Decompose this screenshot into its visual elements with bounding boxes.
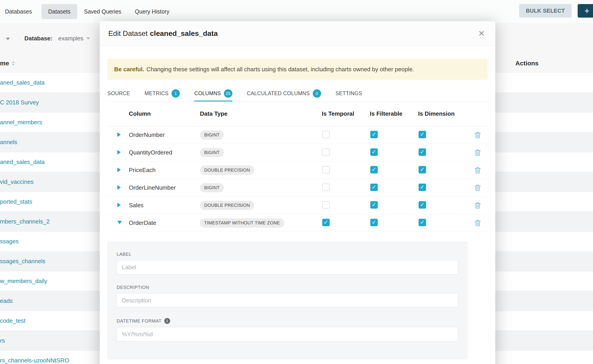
nav-item-query-history[interactable]: Query History [128, 4, 176, 19]
column-name: Sales [129, 202, 144, 209]
data-type-pill: BIGINT [200, 183, 224, 192]
dataset-link[interactable]: vid_vaccines [0, 178, 34, 185]
dataset-link[interactable]: ssages [0, 238, 19, 245]
nav-item-databases[interactable]: Databases [0, 4, 39, 19]
label-input[interactable] [117, 260, 458, 274]
is-dimension-checkbox[interactable] [419, 148, 426, 156]
database-filter-select[interactable]: examples [58, 35, 90, 42]
is-dimension-checkbox[interactable] [419, 219, 426, 226]
nav-items: Databases Datasets Saved Queries Query H… [0, 4, 176, 19]
edit-dataset-modal: Edit Datasetcleaned_sales_data ✕ Be care… [100, 21, 495, 364]
is-temporal-checkbox[interactable] [322, 166, 330, 173]
database-filter-label: Database: [24, 35, 52, 42]
tab-label: SETTINGS [336, 91, 362, 97]
expand-caret-icon[interactable] [117, 132, 121, 137]
tab-columns[interactable]: COLUMNS 25 [194, 86, 232, 101]
is-temporal-checkbox[interactable] [322, 184, 330, 191]
dataset-link[interactable]: rs_channels-uzooNNtSRO [0, 357, 69, 364]
is-dimension-checkbox[interactable] [419, 131, 426, 138]
is-filterable-checkbox[interactable] [370, 131, 378, 138]
tab-badge: 1 [171, 89, 180, 98]
is-dimension-checkbox[interactable] [419, 166, 426, 173]
dataset-link[interactable]: rs [0, 337, 5, 344]
expand-caret-icon[interactable] [117, 185, 121, 190]
dataset-link[interactable]: ported_stats [0, 198, 32, 205]
close-icon[interactable]: ✕ [476, 28, 487, 39]
column-header-actions: Actions [515, 60, 539, 67]
is-temporal-checkbox[interactable] [322, 219, 330, 226]
nav-item-saved-queries[interactable]: Saved Queries [77, 4, 128, 19]
tab-label: SOURCE [107, 91, 130, 97]
dataset-link[interactable]: aned_sales_data [0, 159, 45, 166]
modal-body: Be careful.Changing these settings will … [100, 59, 495, 359]
expand-caret-icon[interactable] [117, 203, 121, 207]
chevron-down-icon[interactable] [6, 38, 10, 40]
nav-item-datasets[interactable]: Datasets [41, 4, 77, 19]
modal-tabs: SOURCE METRICS 1 COLUMNS 25 CALCULATED C… [107, 86, 488, 102]
warning-text: Changing these settings will affect all … [146, 66, 414, 73]
is-temporal-checkbox[interactable] [322, 148, 330, 156]
delete-column-icon[interactable] [474, 219, 481, 227]
is-filterable-checkbox[interactable] [370, 148, 378, 156]
is-filterable-checkbox[interactable] [370, 219, 378, 226]
sort-icon[interactable] [12, 61, 15, 66]
is-dimension-checkbox[interactable] [419, 184, 426, 191]
delete-column-icon[interactable] [474, 202, 481, 209]
header-is-dimension: Is Dimension [418, 110, 468, 117]
column-header-name[interactable]: me [0, 60, 15, 67]
tab-label: COLUMNS [194, 91, 221, 97]
expand-caret-icon[interactable] [117, 150, 121, 155]
data-type-pill: BIGINT [200, 130, 224, 140]
is-dimension-checkbox[interactable] [419, 201, 426, 209]
plus-icon: + [584, 6, 589, 16]
warning-bold: Be careful. [114, 66, 144, 73]
header-data-type: Data Type [200, 110, 322, 117]
modal-header: Edit Datasetcleaned_sales_data ✕ [100, 21, 495, 46]
dataset-link[interactable]: ssages_channels [0, 258, 45, 265]
chevron-down-icon [86, 38, 90, 39]
is-temporal-checkbox[interactable] [322, 131, 330, 138]
tab-metrics[interactable]: METRICS 1 [145, 86, 180, 101]
bulk-select-button[interactable]: BULK SELECT [519, 4, 572, 18]
info-icon[interactable]: i [164, 318, 170, 324]
modal-title: Edit Datasetcleaned_sales_data [108, 29, 218, 38]
add-dataset-button[interactable]: + [578, 4, 593, 18]
is-filterable-checkbox[interactable] [370, 166, 378, 173]
warning-banner: Be careful.Changing these settings will … [107, 59, 488, 80]
delete-column-icon[interactable] [474, 166, 481, 174]
column-name: OrderDate [129, 220, 156, 226]
description-input[interactable] [117, 293, 458, 308]
tab-calculated-columns[interactable]: CALCULATED COLUMNS 0 [247, 86, 321, 101]
delete-column-icon[interactable] [474, 184, 481, 192]
dataset-link[interactable]: w_members_daily [0, 278, 47, 285]
tab-settings[interactable]: SETTINGS [336, 86, 362, 101]
datetime-format-label-text: DATETIME FORMAT [117, 318, 162, 324]
datetime-format-input[interactable] [117, 327, 458, 341]
is-filterable-checkbox[interactable] [370, 184, 378, 191]
expand-caret-icon[interactable] [117, 221, 122, 224]
tab-badge: 25 [224, 89, 232, 98]
tab-source[interactable]: SOURCE [107, 86, 130, 101]
delete-column-icon[interactable] [474, 131, 481, 139]
column-row: OrderNumber BIGINT [107, 126, 488, 144]
dataset-link[interactable]: eads [0, 298, 13, 305]
header-is-temporal: Is Temporal [322, 110, 370, 117]
column-row: OrderDate TIMESTAMP WITHOUT TIME ZONE [107, 214, 488, 232]
database-filter-value: examples [58, 35, 83, 42]
is-filterable-checkbox[interactable] [370, 201, 378, 209]
data-type-pill: DOUBLE PRECISION [200, 201, 254, 210]
dataset-link[interactable]: aned_sales_data [0, 79, 45, 86]
expand-caret-icon[interactable] [117, 168, 121, 172]
topnav-right: BULK SELECT + [519, 4, 593, 18]
dataset-link[interactable]: mbers_channels_2 [0, 218, 50, 225]
dataset-link[interactable]: C 2018 Survey [0, 99, 39, 106]
column-row: OrderLineNumber BIGINT [107, 179, 488, 197]
dataset-link[interactable]: code_test [0, 317, 26, 324]
is-temporal-checkbox[interactable] [322, 201, 330, 209]
column-name: PriceEach [129, 167, 156, 173]
delete-column-icon[interactable] [474, 149, 481, 156]
column-header-name-label: me [0, 60, 9, 67]
dataset-link[interactable]: annel_members [0, 119, 42, 126]
description-field-label: DESCRIPTION [117, 285, 458, 290]
dataset-link[interactable]: annels [0, 139, 17, 146]
